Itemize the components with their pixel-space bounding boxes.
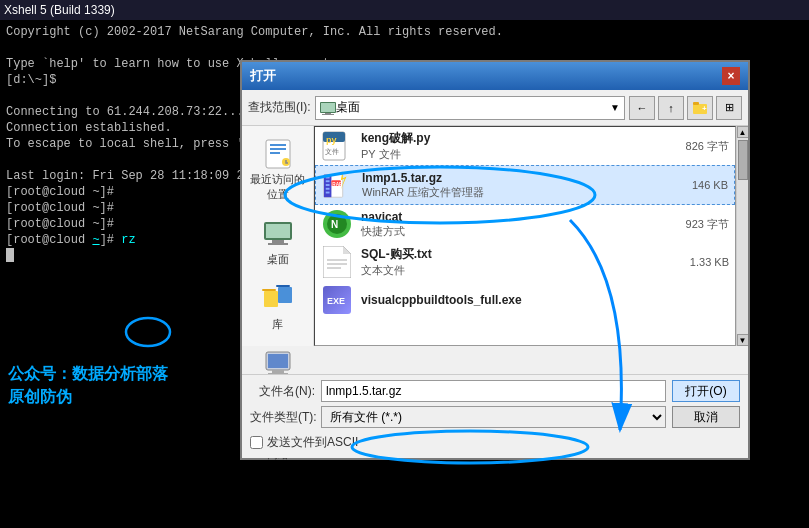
file-item-lnmp[interactable]: RAR lnmp1.5.tar.gz WinRAR 压缩文件管理器 146 KB (315, 165, 735, 205)
terminal-prompt-end: ]# (100, 232, 122, 248)
scroll-thumb[interactable] (738, 140, 748, 180)
path-display: 桌面 (336, 99, 360, 116)
filename-lnmp: lnmp1.5.tar.gz (362, 171, 684, 185)
svg-rect-39 (326, 177, 330, 179)
navicat-file-icon: N (321, 208, 353, 240)
file-item-kengpy[interactable]: py 文件 keng破解.py PY 文件 826 字节 (315, 127, 735, 165)
svg-rect-14 (272, 240, 284, 243)
terminal-line-2 (6, 40, 803, 56)
filename-kengpy: keng破解.py (361, 130, 678, 147)
watermark-line2: 原创防伪 (8, 386, 168, 408)
svg-rect-22 (272, 370, 284, 373)
dialog-toolbar: 查找范围(I): 桌面 ▼ ← ↑ + (242, 90, 748, 126)
dialog-body: 最近访问的位置 桌面 (242, 126, 748, 346)
file-info-navicat: navicat 快捷方式 (361, 210, 678, 239)
exe-icon-svg: EXE (321, 284, 353, 316)
svg-text:+: + (702, 104, 707, 113)
filesize-kengpy: 826 字节 (686, 139, 729, 154)
svg-rect-21 (268, 354, 288, 368)
svg-rect-15 (268, 243, 288, 245)
svg-text:N: N (331, 219, 338, 230)
toolbar-buttons: ← ↑ + ⊞ (629, 96, 742, 120)
exe-file-icon: EXE (321, 284, 353, 316)
filetype-row: 文件类型(T): 所有文件 (*.*) 取消 (250, 406, 740, 428)
open-button[interactable]: 打开(O) (672, 380, 740, 402)
nav-sidebar: 最近访问的位置 桌面 (242, 126, 314, 346)
back-button[interactable]: ← (629, 96, 655, 120)
sidebar-item-desktop[interactable]: 桌面 (246, 214, 310, 271)
file-open-dialog: 打开 × 查找范围(I): 桌面 ▼ ← ↑ (240, 60, 750, 460)
path-combobox[interactable]: 桌面 ▼ (315, 96, 625, 120)
terminal-prompt-highlight: ~ (92, 232, 99, 248)
filename-input[interactable] (321, 380, 666, 402)
sidebar-label-recent: 最近访问的位置 (248, 172, 308, 202)
scrollbar[interactable]: ▲ ▼ (736, 126, 748, 346)
filesize-navicat: 923 字节 (686, 217, 729, 232)
filename-vcpp: visualcppbuildtools_full.exe (361, 293, 721, 307)
terminal-titlebar: Xshell 5 (Build 1339) (0, 0, 809, 20)
desktop-nav-icon (262, 218, 294, 250)
terminal-command: rz (121, 232, 135, 248)
watermark-line1: 公众号：数据分析部落 (8, 363, 168, 385)
filesize-sql: 1.33 KB (690, 256, 729, 268)
recent-icon (262, 138, 294, 170)
svg-text:RAR: RAR (332, 182, 343, 187)
scroll-down-button[interactable]: ▼ (737, 334, 749, 346)
filetype-select[interactable]: 所有文件 (*.*) (321, 406, 666, 428)
filename-label: 文件名(N): (250, 383, 315, 400)
svg-text:EXE: EXE (327, 296, 345, 306)
scroll-up-button[interactable]: ▲ (737, 126, 749, 138)
svg-rect-40 (326, 180, 330, 182)
svg-rect-13 (266, 224, 290, 238)
ascii-checkbox-row: 发送文件到ASCII (250, 432, 740, 453)
view-button[interactable]: ⊞ (716, 96, 742, 120)
path-dropdown-arrow: ▼ (610, 102, 620, 113)
file-info-lnmp: lnmp1.5.tar.gz WinRAR 压缩文件管理器 (362, 171, 684, 200)
file-info-vcpp: visualcppbuildtools_full.exe (361, 293, 721, 307)
py-file-icon: py 文件 (321, 130, 353, 162)
txt-file-icon (321, 246, 353, 278)
sidebar-item-recent[interactable]: 最近访问的位置 (246, 134, 310, 206)
filename-navicat: navicat (361, 210, 678, 224)
winrar-file-icon: RAR (322, 169, 354, 201)
svg-rect-10 (270, 152, 280, 154)
new-folder-button[interactable]: + (687, 96, 713, 120)
filesize-lnmp: 146 KB (692, 179, 728, 191)
py-icon-svg: py 文件 (321, 130, 353, 162)
svg-rect-43 (326, 192, 330, 194)
view-icon: ⊞ (725, 101, 734, 114)
filetype-lnmp: WinRAR 压缩文件管理器 (362, 185, 684, 200)
svg-rect-2 (322, 114, 334, 115)
file-item-navicat[interactable]: N navicat 快捷方式 923 字节 (315, 205, 735, 243)
dialog-title: 打开 (250, 67, 276, 85)
file-info-kengpy: keng破解.py PY 文件 (361, 130, 678, 162)
winrar-icon-svg: RAR (322, 168, 354, 202)
toolbar-label: 查找范围(I): (248, 99, 311, 116)
cancel-button[interactable]: 取消 (672, 406, 740, 428)
terminal-line-1: Copyright (c) 2002-2017 NetSarang Comput… (6, 24, 803, 40)
file-list: py 文件 keng破解.py PY 文件 826 字节 (314, 126, 736, 346)
svg-rect-8 (270, 144, 286, 146)
svg-text:文件: 文件 (325, 148, 339, 155)
sidebar-item-library[interactable]: 库 (246, 279, 310, 336)
library-icon (262, 283, 294, 315)
svg-rect-5 (693, 102, 699, 105)
file-item-sql[interactable]: SQL-购买.txt 文本文件 1.33 KB (315, 243, 735, 281)
up-icon: ↑ (668, 102, 674, 114)
dialog-close-button[interactable]: × (722, 67, 740, 85)
file-list-container: py 文件 keng破解.py PY 文件 826 字节 (314, 126, 748, 346)
svg-rect-42 (326, 188, 330, 190)
svg-rect-16 (264, 291, 278, 307)
file-item-vcpp[interactable]: EXE visualcppbuildtools_full.exe (315, 281, 735, 319)
svg-rect-18 (278, 287, 292, 303)
ascii-checkbox[interactable] (250, 436, 263, 449)
filetype-kengpy: PY 文件 (361, 147, 678, 162)
sidebar-label-desktop: 桌面 (267, 252, 289, 267)
svg-rect-9 (270, 148, 286, 150)
up-button[interactable]: ↑ (658, 96, 684, 120)
terminal-cursor (6, 248, 14, 262)
back-icon: ← (637, 102, 648, 114)
svg-rect-41 (326, 184, 330, 186)
dialog-footer: 文件名(N): 打开(O) 文件类型(T): 所有文件 (*.*) 取消 发送文… (242, 374, 748, 458)
dialog-titlebar: 打开 × (242, 62, 748, 90)
